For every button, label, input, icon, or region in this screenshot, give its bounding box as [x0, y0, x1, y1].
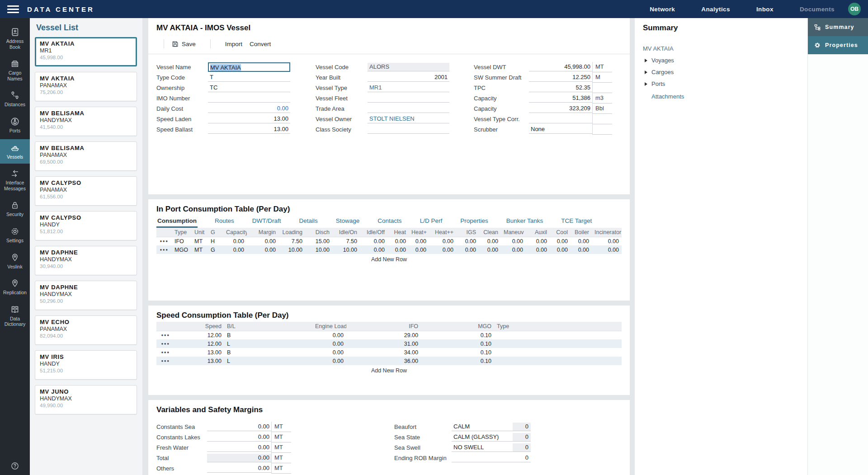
cell-ifo[interactable]: 36.00 — [346, 357, 421, 365]
field-input-ending-rob-margin[interactable] — [452, 454, 513, 462]
sidebar-item-data-dictionary[interactable]: Data Dictionary — [0, 301, 30, 331]
cell-g[interactable]: H — [208, 237, 223, 245]
field-input-sea-state[interactable]: CALM (GLASSY) — [452, 433, 513, 442]
vessel-card[interactable]: MV BELISAMAPANAMAX69,500.00 — [35, 141, 137, 171]
field-input-daily-cost[interactable]: 0.00 — [208, 104, 290, 113]
field-input-vessel-code[interactable]: ALORS — [368, 63, 449, 71]
vessel-card[interactable]: MV AKTAIAPANAMAX75,206.00 — [35, 72, 137, 101]
cell-b-l[interactable]: L — [224, 339, 312, 348]
field-input-total[interactable]: 0.00 — [207, 454, 271, 462]
cell-boiler[interactable]: 0.00 — [571, 237, 592, 245]
table-row[interactable]: ●●●13.00B0.0034.000.10 — [156, 348, 622, 357]
cell-auxil[interactable]: 0.00 — [526, 245, 550, 254]
vessel-card[interactable]: MV DAPHNEHANDYMAX30,940.00 — [35, 246, 137, 275]
cell-idle-on[interactable]: 10.00 — [332, 245, 360, 254]
sidebar-item-vessels[interactable]: Vessels — [0, 139, 30, 164]
sidebar-item-cargo-names[interactable]: Cargo Names — [0, 55, 30, 85]
field-input-tpc[interactable]: 52.35 — [529, 84, 592, 92]
field-input-constants-sea[interactable]: 0.00 — [207, 423, 271, 431]
cell-engine-load[interactable]: 0.00 — [312, 331, 346, 339]
field-input-constants-lakes[interactable]: 0.00 — [207, 433, 271, 442]
cell-heat[interactable]: 0.00 — [387, 245, 409, 254]
cell-speed[interactable]: 13.00 — [175, 348, 224, 357]
cell-g[interactable]: G — [208, 245, 223, 254]
field-input-class-society[interactable] — [368, 125, 449, 134]
field-input-vessel-type-corr[interactable] — [529, 115, 592, 123]
cell-disch[interactable]: 10.00 — [305, 245, 332, 254]
cell-cool[interactable]: 0.00 — [550, 237, 571, 245]
cell-type[interactable] — [494, 331, 622, 339]
tab-l-d-perf[interactable]: L/D Perf — [419, 216, 443, 228]
tab-details[interactable]: Details — [298, 216, 319, 228]
inport-add-new-row[interactable]: Add New Row — [156, 254, 622, 264]
tab-contacts[interactable]: Contacts — [377, 216, 402, 228]
field-input-speed-ballast[interactable]: 13.00 — [208, 125, 290, 134]
field-input-speed-laden[interactable]: 13.00 — [208, 115, 290, 123]
cell-b-l[interactable]: B — [224, 331, 312, 339]
cell-boiler[interactable]: 0.00 — [571, 245, 592, 254]
table-row[interactable]: ●●●12.00B0.0029.000.10 — [156, 331, 622, 339]
vessel-card[interactable]: MV DAPHNEHANDYMAX50,296.00 — [35, 281, 137, 310]
cell-maneuv[interactable]: 0.00 — [501, 245, 526, 254]
cell-type[interactable] — [494, 348, 622, 357]
nav-documents[interactable]: Documents — [800, 6, 835, 13]
field-number-ending-rob-margin[interactable]: 0 — [513, 454, 531, 462]
tab-routes[interactable]: Routes — [214, 216, 235, 228]
cell-speed[interactable]: 13.00 — [175, 357, 224, 365]
tab-properties[interactable]: Properties — [459, 216, 489, 228]
nav-network[interactable]: Network — [650, 6, 675, 13]
field-input-trade-area[interactable] — [368, 104, 449, 113]
field-input-capacity[interactable]: 51,386 — [529, 94, 592, 103]
table-row[interactable]: ●●●MGOMTG0.000.0010.0010.0010.000.000.00… — [156, 245, 622, 254]
field-input-capacity[interactable]: 323,209 — [529, 104, 592, 113]
cell-incinerator[interactable]: 0.00 — [592, 237, 622, 245]
sidebar-item-settings[interactable]: Settings — [0, 223, 30, 248]
import-button[interactable]: Import — [225, 41, 242, 47]
field-input-fresh-water[interactable]: 0.00 — [207, 443, 271, 452]
summary-group-voyages[interactable]: Voyages — [645, 57, 807, 64]
summary-group-cargoes[interactable]: Cargoes — [645, 69, 807, 75]
vessel-card[interactable]: MV JUNOHANDYMAX49,990.00 — [35, 385, 137, 414]
row-menu[interactable]: ●●● — [156, 331, 175, 339]
vessel-card[interactable]: MV AKTAIAMR145,998.00 — [35, 37, 137, 66]
cell-mgo[interactable]: 0.10 — [421, 331, 494, 339]
summary-vessel-link[interactable]: MV AKTAIA — [643, 45, 807, 52]
cell-igs[interactable]: 0.00 — [456, 245, 479, 254]
cell-idle-off[interactable]: 0.00 — [360, 245, 387, 254]
cell-mgo[interactable]: 0.10 — [421, 348, 494, 357]
cell-clean[interactable]: 0.00 — [479, 237, 501, 245]
avatar[interactable]: OB — [848, 3, 861, 15]
field-input-sea-swell[interactable]: NO SWELL — [452, 443, 513, 452]
field-number-sea-swell[interactable]: 0 — [513, 443, 531, 452]
field-input-vessel-fleet[interactable] — [368, 94, 449, 103]
summary-group-ports[interactable]: Ports — [645, 80, 807, 87]
cell-ifo[interactable]: 34.00 — [346, 348, 421, 357]
table-row[interactable]: ●●●12.00L0.0031.000.10 — [156, 339, 622, 348]
cell-b-l[interactable]: L — [224, 357, 312, 365]
field-input-vessel-dwt[interactable]: 45,998.00 — [529, 63, 592, 71]
cell-margin[interactable]: 0.00 — [247, 237, 278, 245]
field-input-year-built[interactable]: 2001 — [368, 73, 449, 82]
cell-auxil[interactable]: 0.00 — [526, 237, 550, 245]
vessel-card[interactable]: MV IRISHANDY51,215.00 — [35, 350, 137, 380]
cell-mgo[interactable]: 0.10 — [421, 357, 494, 365]
dock-properties-button[interactable]: Properties — [808, 36, 868, 54]
vessel-card[interactable]: MV CALYPSOHANDY51,812.00 — [35, 211, 137, 240]
field-number-sea-state[interactable]: 0 — [513, 433, 531, 442]
cell-heat[interactable]: 0.00 — [429, 245, 456, 254]
help-icon[interactable] — [0, 461, 30, 470]
cell-ifo[interactable]: 31.00 — [346, 339, 421, 348]
cell-capacity[interactable]: 0.00 — [223, 237, 247, 245]
cell-idle-on[interactable]: 7.50 — [332, 237, 360, 245]
row-menu[interactable]: ●●● — [156, 245, 172, 254]
sidebar-item-interface-messages[interactable]: Interface Messages — [0, 165, 30, 195]
save-button[interactable]: Save — [171, 40, 196, 48]
field-input-type-code[interactable]: T — [208, 73, 290, 82]
summary-attachments-link[interactable]: Attachments — [651, 93, 807, 100]
nav-analytics[interactable]: Analytics — [701, 6, 730, 13]
cell-engine-load[interactable]: 0.00 — [312, 339, 346, 348]
cell-heat[interactable]: 0.00 — [409, 245, 429, 254]
field-input-beaufort[interactable]: CALM — [452, 423, 513, 431]
cell-ifo[interactable]: 29.00 — [346, 331, 421, 339]
vessel-card[interactable]: MV ECHOPANAMAX82,094.00 — [35, 315, 137, 345]
